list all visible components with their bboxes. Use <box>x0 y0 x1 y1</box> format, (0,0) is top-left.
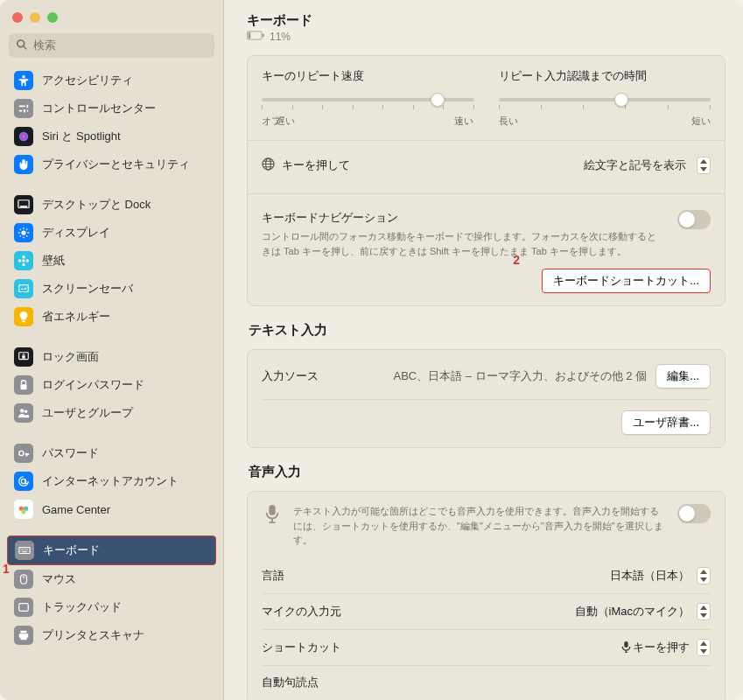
sidebar-item-label: トラックパッド <box>42 599 122 615</box>
sidebar-item-at[interactable]: インターネットアカウント <box>7 467 216 495</box>
voice-mic-value: 自動（iMacのマイク） <box>575 604 690 620</box>
svg-point-9 <box>26 259 30 262</box>
sidebar-item-trackpad[interactable]: トラックパッド <box>7 593 216 621</box>
svg-point-19 <box>21 509 25 514</box>
battery-percent: 11% <box>270 31 291 43</box>
siri-icon <box>14 127 33 146</box>
mouse-icon <box>14 570 33 589</box>
svg-point-4 <box>21 230 25 234</box>
sidebar-item-label: キーボード <box>43 542 100 558</box>
voice-input-panel: テキスト入力が可能な箇所はどこでも音声入力を使用できます。音声入力を開始するには… <box>247 491 725 700</box>
user-dictionary-button[interactable]: ユーザ辞書... <box>621 410 711 435</box>
close-window-button[interactable] <box>12 12 23 23</box>
delay-repeat-label: リピート入力認識までの時間 <box>499 68 711 84</box>
sidebar-item-gamecenter[interactable]: Game Center <box>7 495 216 523</box>
sidebar-item-key[interactable]: パスワード <box>7 439 216 467</box>
svg-rect-28 <box>269 505 275 515</box>
press-key-label: キーを押して <box>282 158 350 173</box>
sidebar-item-label: ロック画面 <box>42 349 99 365</box>
press-key-value: 絵文字と記号を表示 <box>575 155 690 176</box>
sidebar: 検索 アクセシビリティコントロールセンターSiri と Spotlightプライ… <box>0 0 224 700</box>
key-repeat-label: キーのリピート速度 <box>262 68 474 84</box>
callout-2: 2 <box>513 253 520 267</box>
sun-icon <box>14 223 33 242</box>
globe-icon <box>262 158 275 173</box>
key-icon <box>14 444 33 463</box>
svg-rect-29 <box>624 640 627 647</box>
sidebar-item-label: ユーザとグループ <box>42 405 133 421</box>
stepper-icon <box>697 567 711 584</box>
sidebar-item-label: ログインパスワード <box>42 377 144 393</box>
page-title: キーボード <box>247 12 725 29</box>
users-icon <box>14 403 33 423</box>
screensaver-icon <box>14 279 33 298</box>
keyboard-shortcuts-button[interactable]: キーボードショートカット... <box>542 269 711 293</box>
slider-label-slow: 遅い <box>276 115 295 128</box>
svg-rect-10 <box>19 285 29 292</box>
voice-shortcut-label: ショートカット <box>262 640 341 655</box>
search-icon <box>16 38 28 53</box>
input-source-value: ABC、日本語 – ローマ字入力、およびその他 2 個 <box>394 368 648 384</box>
sidebar-item-dock[interactable]: デスクトップと Dock <box>7 191 216 219</box>
at-icon <box>14 472 33 491</box>
svg-rect-24 <box>249 32 251 38</box>
sidebar-item-users[interactable]: ユーザとグループ <box>7 399 216 427</box>
bulb-icon <box>14 307 33 326</box>
dock-icon <box>14 195 33 214</box>
accessibility-icon <box>14 71 33 90</box>
delay-repeat-slider[interactable] <box>499 98 711 102</box>
sidebar-item-siri[interactable]: Siri と Spotlight <box>7 122 216 150</box>
text-input-title: テキスト入力 <box>249 322 725 339</box>
sidebar-item-screensaver[interactable]: スクリーンセーバ <box>7 275 216 303</box>
sidebar-item-hand[interactable]: プライバシーとセキュリティ <box>7 150 216 178</box>
svg-point-6 <box>22 256 25 259</box>
sidebar-item-label: デスクトップと Dock <box>42 197 151 213</box>
sidebar-item-sun[interactable]: ディスプレイ <box>7 219 216 247</box>
press-key-select[interactable]: 絵文字と記号を表示 <box>575 155 711 176</box>
slider-label-long: 長い <box>499 115 518 128</box>
voice-desc: テキスト入力が可能な箇所はどこでも音声入力を使用できます。音声入力を開始するには… <box>293 504 667 548</box>
svg-point-8 <box>18 259 22 262</box>
keyboard-icon <box>15 541 34 560</box>
svg-rect-12 <box>22 355 25 359</box>
voice-input-toggle[interactable] <box>677 504 711 523</box>
flower-icon <box>14 251 33 270</box>
svg-rect-13 <box>21 384 27 389</box>
voice-mic-select[interactable]: 自動（iMacのマイク） <box>575 603 711 620</box>
search-placeholder: 検索 <box>33 38 56 53</box>
window-controls <box>0 0 223 30</box>
kb-nav-toggle[interactable] <box>677 210 711 229</box>
svg-point-15 <box>25 410 28 414</box>
voice-lang-select[interactable]: 日本語（日本） <box>610 567 711 584</box>
sidebar-item-lock[interactable]: ログインパスワード <box>7 371 216 399</box>
minimize-window-button[interactable] <box>30 12 40 23</box>
sidebar-item-lockscreen[interactable]: ロック画面 <box>7 343 216 371</box>
sidebar-item-bulb[interactable]: 省エネルギー <box>7 303 216 331</box>
sidebar-item-accessibility[interactable]: アクセシビリティ <box>7 66 216 94</box>
sidebar-item-sliders[interactable]: コントロールセンター <box>7 94 216 122</box>
sidebar-item-mouse[interactable]: マウス <box>7 565 216 593</box>
svg-rect-25 <box>263 33 264 37</box>
edit-input-source-button[interactable]: 編集... <box>655 364 711 388</box>
sidebar-item-label: パスワード <box>42 445 99 461</box>
zoom-window-button[interactable] <box>47 12 58 23</box>
sidebar-item-flower[interactable]: 壁紙 <box>7 247 216 275</box>
svg-point-0 <box>22 75 25 79</box>
sidebar-item-keyboard[interactable]: キーボード <box>7 536 216 565</box>
search-input[interactable]: 検索 <box>9 33 214 58</box>
battery-icon <box>247 31 264 43</box>
trackpad-icon <box>14 598 33 617</box>
svg-point-1 <box>19 132 29 142</box>
key-repeat-slider[interactable] <box>262 98 474 102</box>
kb-nav-desc: コントロール間のフォーカス移動をキーボードで操作します。フォーカスを次に移動する… <box>262 229 663 258</box>
svg-point-5 <box>22 259 25 262</box>
lock-icon <box>14 375 33 395</box>
kb-nav-label: キーボードナビゲーション <box>262 210 663 226</box>
sidebar-item-label: Siri と Spotlight <box>42 129 121 144</box>
callout-1: 1 <box>3 562 10 576</box>
sidebar-item-printer[interactable]: プリンタとスキャナ <box>7 621 216 649</box>
svg-rect-22 <box>19 604 29 612</box>
printer-icon <box>14 626 33 645</box>
input-source-label: 入力ソース <box>262 368 319 384</box>
voice-shortcut-select[interactable]: キーを押す <box>621 639 711 656</box>
